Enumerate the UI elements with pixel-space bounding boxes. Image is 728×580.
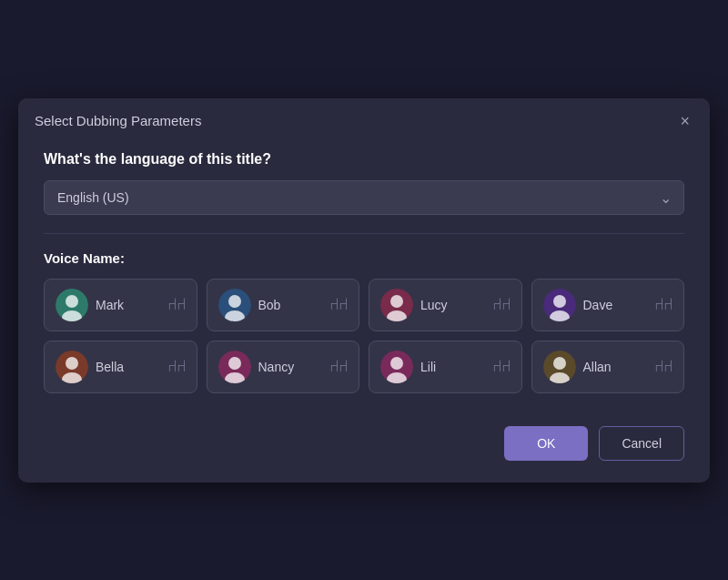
voice-name-mark: Mark	[96, 298, 160, 312]
waveform-icon-bella[interactable]: ⑁⑁	[167, 357, 186, 376]
waveform-icon-lili[interactable]: ⑁⑁	[492, 357, 511, 376]
svg-point-19	[390, 357, 403, 370]
voice-card-mark[interactable]: Mark⑁⑁	[44, 279, 197, 331]
voice-avatar-dave	[543, 289, 576, 321]
svg-point-7	[390, 295, 403, 308]
close-button[interactable]: ×	[676, 111, 693, 131]
voice-grid: Mark⑁⑁ Bob⑁⑁ Lucy⑁⑁ Dave⑁⑁ Bella⑁⑁ Nancy…	[44, 279, 684, 393]
svg-point-1	[66, 295, 78, 308]
voice-avatar-bob	[218, 289, 251, 321]
voice-name-dave: Dave	[583, 298, 648, 312]
voice-card-bob[interactable]: Bob⑁⑁	[207, 279, 360, 331]
waveform-icon-lucy[interactable]: ⑁⑁	[492, 295, 511, 314]
divider	[44, 233, 684, 234]
waveform-icon-allan[interactable]: ⑁⑁	[654, 357, 672, 376]
voice-card-nancy[interactable]: Nancy⑁⑁	[207, 341, 360, 393]
voice-card-bella[interactable]: Bella⑁⑁	[44, 341, 197, 393]
voice-name-allan: Allan	[583, 360, 648, 374]
waveform-icon-dave[interactable]: ⑁⑁	[654, 295, 672, 314]
voice-card-lucy[interactable]: Lucy⑁⑁	[369, 279, 522, 331]
voice-card-allan[interactable]: Allan⑁⑁	[531, 341, 685, 393]
waveform-icon-mark[interactable]: ⑁⑁	[167, 295, 186, 314]
voice-name-label: Voice Name:	[44, 250, 684, 266]
voice-avatar-mark	[56, 289, 88, 321]
dialog-footer: OK Cancel	[18, 412, 710, 483]
svg-point-10	[553, 295, 566, 308]
voice-avatar-bella	[56, 351, 88, 383]
voice-card-lili[interactable]: Lili⑁⑁	[369, 341, 522, 393]
voice-avatar-nancy	[218, 351, 251, 383]
dialog-titlebar: Select Dubbing Parameters ×	[18, 98, 710, 142]
voice-avatar-lili	[380, 351, 413, 383]
svg-point-16	[228, 357, 241, 370]
voice-name-bob: Bob	[258, 298, 323, 312]
voice-name-bella: Bella	[96, 360, 160, 374]
cancel-button[interactable]: Cancel	[599, 426, 684, 461]
waveform-icon-bob[interactable]: ⑁⑁	[329, 295, 348, 314]
language-select-wrapper: English (US)SpanishFrenchGermanJapaneseC…	[44, 180, 684, 215]
voice-avatar-allan	[543, 351, 576, 383]
voice-avatar-lucy	[380, 289, 413, 321]
waveform-icon-nancy[interactable]: ⑁⑁	[329, 357, 348, 376]
svg-point-13	[66, 357, 78, 370]
dialog-body: What's the language of this title? Engli…	[18, 142, 710, 412]
select-dubbing-dialog: Select Dubbing Parameters × What's the l…	[18, 98, 710, 483]
voice-name-nancy: Nancy	[258, 360, 323, 374]
voice-name-lucy: Lucy	[420, 298, 485, 312]
svg-point-4	[228, 295, 241, 308]
language-select[interactable]: English (US)SpanishFrenchGermanJapaneseC…	[44, 180, 684, 215]
voice-card-dave[interactable]: Dave⑁⑁	[531, 279, 685, 331]
voice-name-lili: Lili	[420, 360, 485, 374]
svg-point-22	[553, 357, 566, 370]
dialog-title: Select Dubbing Parameters	[35, 113, 201, 128]
language-question: What's the language of this title?	[44, 151, 684, 168]
ok-button[interactable]: OK	[504, 426, 588, 461]
